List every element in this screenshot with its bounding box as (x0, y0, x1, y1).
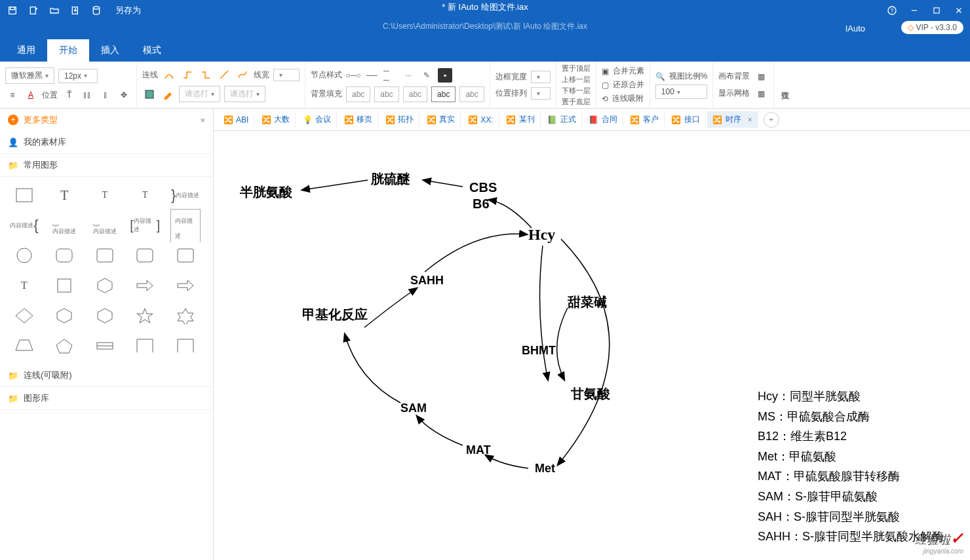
ctab-11[interactable]: 🔀接口 (666, 111, 706, 128)
tab-general[interactable]: 通用 (5, 39, 47, 62)
pos-label[interactable]: 位置 (42, 90, 58, 101)
showgrid-btn[interactable]: ▦ (754, 86, 768, 101)
ctab-8[interactable]: 📗正式 (542, 111, 582, 128)
tab-start[interactable]: 开始 (47, 39, 89, 62)
shape-roundrect3[interactable] (130, 244, 160, 267)
node-2[interactable]: 胱硫醚 (371, 170, 410, 188)
move-up[interactable]: 上移一层 (562, 75, 591, 84)
snap-icon[interactable]: ⟲ (602, 94, 608, 103)
open-icon[interactable] (48, 5, 60, 16)
minimize-icon[interactable] (907, 3, 922, 18)
fillbox-icon[interactable]: ▪ (438, 68, 452, 83)
font-size-select[interactable]: 12px▾ (58, 69, 98, 83)
move-icon[interactable]: ✥ (117, 88, 131, 102)
ctab-1[interactable]: 🔀大数 (256, 111, 296, 128)
zoom-select[interactable]: 100▾ (655, 84, 708, 99)
help-icon[interactable]: ? (885, 3, 899, 18)
node-methyl[interactable]: 甲基化反应 (302, 306, 368, 324)
line-diag-icon[interactable] (217, 67, 231, 82)
shape-square[interactable] (49, 274, 79, 297)
shape-arrow[interactable] (130, 274, 160, 297)
database-icon[interactable] (90, 5, 102, 16)
node-met[interactable]: Met (535, 462, 555, 476)
vip-badge[interactable]: ◇VIP - v3.3.0 (901, 21, 963, 34)
shape-bracket2[interactable]: 内容描述 (170, 214, 201, 237)
line-bezier-icon[interactable] (235, 67, 250, 82)
shape-pent[interactable] (49, 334, 79, 358)
shape-roundrect[interactable] (49, 244, 79, 267)
shape-text2[interactable]: T (9, 274, 39, 297)
ctab-2[interactable]: 💡会议 (297, 111, 337, 128)
abc-3[interactable]: abc (403, 86, 427, 102)
node-bhmt[interactable]: BHMT (522, 344, 556, 358)
ctab-4[interactable]: 🔀拓扑 (379, 111, 419, 128)
brush-icon[interactable] (161, 87, 175, 102)
font-select[interactable]: 微软雅黑▾ (5, 67, 54, 84)
bring-front[interactable]: 置于顶层 (562, 64, 591, 73)
ctab-9[interactable]: 📕合同 (583, 111, 623, 128)
canvasbg-btn[interactable]: ▦ (754, 69, 768, 84)
shape-hex3[interactable] (90, 304, 120, 327)
my-library[interactable]: 👤我的素材库 (0, 131, 213, 154)
save-icon[interactable] (7, 5, 18, 16)
node-gly[interactable]: 甘氨酸 (571, 385, 610, 403)
canvas[interactable]: 半胱氨酸 胱硫醚 CBS B6 Hcy SAHH 甲基化反应 甜菜碱 BHMT … (214, 131, 970, 560)
send-back[interactable]: 置于底层 (562, 97, 591, 107)
library-section[interactable]: 📁图形库 (0, 387, 213, 410)
lines-section[interactable]: 📁连线(可吸附) (0, 364, 213, 387)
ctab-6[interactable]: 🔀XX: (462, 112, 499, 128)
distribute-v-icon[interactable]: ⫿ (98, 88, 113, 102)
ctab-7[interactable]: 🔀某刊 (501, 111, 541, 128)
node-sam[interactable]: SAM (400, 401, 427, 415)
shape-brace-r[interactable]: }内容描述 (170, 183, 201, 207)
fill-icon[interactable] (142, 87, 157, 102)
shape-diamond[interactable] (9, 304, 39, 327)
shape-text-tiny[interactable]: T (130, 183, 160, 207)
abc-1[interactable]: abc (346, 86, 370, 102)
close-icon[interactable] (952, 3, 966, 18)
node-sahh[interactable]: SAHH (410, 274, 444, 288)
borderw-select[interactable]: ▾ (531, 71, 551, 83)
shape-roundrect2[interactable] (90, 244, 120, 267)
shape-text[interactable]: T (49, 183, 79, 207)
ctab-0[interactable]: 🔀ABI (218, 112, 254, 128)
shape-roundrect4[interactable] (170, 244, 201, 267)
ctab-10[interactable]: 🔀客户 (625, 111, 665, 128)
node-betaine[interactable]: 甜菜碱 (568, 293, 607, 311)
nodestyle-3-icon[interactable]: ─ ─ (383, 68, 397, 83)
export-icon[interactable] (69, 5, 81, 16)
shape-text-small[interactable]: T (90, 183, 120, 207)
shape-trap[interactable] (9, 334, 39, 358)
abc-2[interactable]: abc (374, 86, 398, 102)
tab-close-icon[interactable]: × (748, 115, 752, 124)
shape-arrow2[interactable] (170, 274, 201, 297)
shape-label[interactable] (90, 334, 120, 358)
font-color-icon[interactable]: A (24, 88, 38, 102)
shape-open2[interactable] (170, 334, 201, 358)
distribute-h-icon[interactable]: ⫿⫿ (80, 88, 94, 102)
nodestyle-2-icon[interactable]: ── (364, 68, 379, 83)
ctab-3[interactable]: 🔀移页 (338, 111, 378, 128)
node-hcy[interactable]: Hcy (528, 226, 555, 244)
shape-hex2[interactable] (49, 304, 79, 327)
line-step1-icon[interactable] (180, 67, 195, 82)
select1[interactable]: 请选打▾ (179, 86, 220, 102)
unmerge-icon[interactable]: ▢ (602, 81, 609, 90)
add-tab-icon[interactable]: + (764, 112, 779, 128)
shape-brace-b[interactable]: ⏟内容描述 (49, 214, 79, 237)
node-1[interactable]: 半胱氨酸 (240, 183, 292, 201)
ctab-12[interactable]: 🔀时序× (707, 111, 758, 128)
line-curve1-icon[interactable] (162, 67, 176, 82)
shape-hexagon[interactable] (90, 274, 120, 297)
nodestyle-1-icon[interactable]: ○─○ (346, 68, 360, 83)
shape-brace-l[interactable]: 内容描述{ (9, 214, 39, 237)
line-step2-icon[interactable] (199, 67, 213, 82)
shape-rect[interactable] (9, 183, 39, 207)
pen-icon[interactable]: ✎ (419, 68, 434, 83)
move-down[interactable]: 下移一层 (562, 86, 591, 96)
shape-star[interactable] (130, 304, 160, 327)
save-as-button[interactable]: 另存为 (115, 5, 141, 16)
abc-5[interactable]: abc (459, 86, 484, 102)
node-3[interactable]: CBS (469, 180, 497, 195)
more-types[interactable]: + 更多类型 × (0, 109, 213, 131)
